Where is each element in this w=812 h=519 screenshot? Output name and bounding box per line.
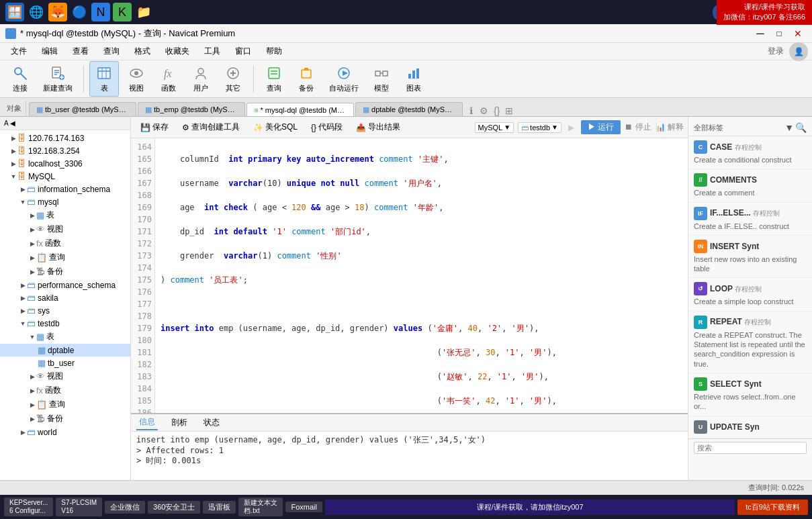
menu-tools[interactable]: 工具 [197,44,227,58]
taskbar-app-6[interactable]: 新建文本文档.txt [238,498,283,516]
tree-toggle-2[interactable]: ▶ [9,147,17,155]
snippet-repeat[interactable]: R REPEAT 存程控制 Create a REPEAT construct.… [688,312,812,373]
taskbar-app-7[interactable]: Foxmail [285,502,322,512]
sidebar-arrow-icon[interactable]: ◀ [10,120,15,127]
menu-view[interactable]: 查看 [66,44,95,58]
taskbar-icon-5[interactable]: K [113,3,132,21]
taskbar-icon-3[interactable]: 🔵 [70,3,89,21]
sidebar-item-mysql-root[interactable]: ▼ 🗄 MySQL [0,170,130,183]
toolbar-chart[interactable]: 图表 [399,62,428,96]
tree-toggle-mdb[interactable]: ▼ [19,198,27,206]
toolbar-model[interactable]: 模型 [367,62,396,96]
taskbar-app-3[interactable]: 企业微信 [105,501,145,514]
bottom-banner-right[interactable]: tc百9站下载资料 [737,500,808,515]
sidebar-item-testdb-tables[interactable]: ▼ ▦ 表 [0,330,130,344]
tree-toggle-mt[interactable]: ▶ [28,211,36,220]
sidebar-item-dptable[interactable]: ▦ dptable [0,344,130,357]
menu-format[interactable]: 格式 [128,44,157,58]
right-panel-search-icon[interactable]: 🔍 [795,122,807,133]
database-selector[interactable]: 🗃 testdb ▼ [518,122,561,133]
snippet-select[interactable]: S SELECT Synt Retrieve rows select..from… [688,373,812,416]
sidebar-item-sys[interactable]: ▶ 🗃 sys [0,304,130,317]
sidebar-item-mysql-funcs[interactable]: ▶ fx 函数 [0,236,130,250]
tab-settings-icon[interactable]: ⚙ [477,105,491,116]
taskbar-app-1[interactable]: KEPServer...6 Configur... [4,498,53,516]
query-builder-button[interactable]: ⚙ 查询创建工具 [177,120,245,134]
tree-toggle-tt[interactable]: ▼ [28,333,36,341]
tab-0[interactable]: ▦ tb_user @testdb (MySQ...✕ [29,102,136,116]
tree-toggle-mq[interactable]: ▶ [28,254,36,262]
snippet-loop[interactable]: ↺ LOOP 存程控制 Create a simple loop constru… [688,278,812,311]
sidebar-item-testdb-backups[interactable]: ▶ 🗜 备份 [0,412,130,426]
taskbar-icon-1[interactable]: 🌐 [27,3,46,21]
tree-toggle-mb[interactable]: ▶ [28,268,36,276]
tree-toggle-sakila[interactable]: ▶ [19,294,27,302]
start-button[interactable]: 🪟 [5,3,24,21]
toolbar-connect[interactable]: 连接 [5,62,35,96]
tab-3[interactable]: ▦ dptable @testdb (MySQ...✕ [355,102,463,116]
sidebar-item-world[interactable]: ▶ 🗃 world [0,426,130,438]
tree-toggle-tq[interactable]: ▶ [28,401,36,409]
tree-toggle-sys[interactable]: ▶ [19,307,27,315]
toolbar-table[interactable]: 表 [89,61,119,97]
menu-window[interactable]: 窗口 [228,44,258,58]
menu-edit[interactable]: 编辑 [35,44,64,58]
sidebar-item-testdb[interactable]: ▼ 🗃 testdb [0,317,130,330]
beautify-sql-button[interactable]: ✨ 美化SQL [248,120,303,134]
tree-toggle-1[interactable]: ▶ [9,134,17,142]
code-editor[interactable]: columnId int primary key auto_increment … [155,138,688,413]
taskbar-icon-6[interactable]: 📁 [134,3,153,21]
tab-close-3[interactable]: ✕ [459,106,463,113]
stop-button[interactable]: ⏹ 停止 [625,122,651,133]
tree-toggle-mysql[interactable]: ▼ [9,173,17,181]
snippet-if-else[interactable]: IF IF...ELSE... 存程控制 Create a IF..ELSE..… [688,203,812,236]
bottom-tab-info[interactable]: 信息 [136,415,158,430]
sidebar-item-info-schema[interactable]: ▶ 🗃 information_schema [0,183,130,195]
sidebar-item-mysql-tables[interactable]: ▶ ▦ 表 [0,208,130,222]
tree-toggle-tv[interactable]: ▶ [28,373,36,381]
toolbar-user[interactable]: 用户 [186,62,216,96]
toolbar-other[interactable]: 其它 [218,62,248,96]
tab-info-icon[interactable]: ℹ [465,105,477,116]
tab-close-1[interactable]: ✕ [242,106,245,113]
taskbar-icon-navicat[interactable]: N [91,3,110,21]
sidebar-item-sakila[interactable]: ▶ 🗃 sakila [0,291,130,304]
toolbar-backup[interactable]: 备份 [291,62,321,96]
snippet-insert[interactable]: IN INSERT Synt Insert new rows into an e… [688,236,812,279]
tree-toggle-tf[interactable]: ▶ [28,387,36,395]
maximize-button[interactable]: □ [770,27,788,40]
sidebar-item-server3[interactable]: ▶ 🗄 localhost_3306 [0,157,130,170]
toolbar-function[interactable]: fx 函数 [154,62,183,96]
sidebar-collapse-icon[interactable]: A [4,120,9,127]
sidebar-item-testdb-funcs[interactable]: ▶ fx 函数 [0,383,130,397]
tree-toggle-tb[interactable]: ▶ [28,415,36,423]
save-button[interactable]: 💾 保存 [135,120,174,134]
toolbar-autorun[interactable]: 自动运行 [324,62,364,96]
snippet-comments[interactable]: // COMMENTS Create a comment [688,169,812,202]
tab-layout-icon[interactable]: ⊞ [502,105,516,116]
sidebar-item-mysql-queries[interactable]: ▶ 📋 查询 [0,250,130,265]
sidebar-item-testdb-views[interactable]: ▶ 👁 视图 [0,369,130,383]
tab-1[interactable]: ▦ tb_emp @testdb (MySQ...✕ [138,102,245,116]
run-button[interactable]: ▶ 运行 [581,120,621,134]
taskbar-icon-2[interactable]: 🦊 [48,3,67,21]
menu-help[interactable]: 帮助 [259,44,289,58]
tree-toggle-is[interactable]: ▶ [19,185,27,193]
tab-close-0[interactable]: ✕ [133,106,136,113]
tree-toggle-perf[interactable]: ▶ [19,281,27,289]
tree-toggle-3[interactable]: ▶ [9,160,17,168]
tab-2[interactable]: ≡ * mysql-dql @testdb (My...✕ [246,103,354,117]
sidebar-item-mysql-db[interactable]: ▼ 🗃 mysql [0,195,130,208]
menu-favorites[interactable]: 收藏夹 [159,44,196,58]
sidebar-item-perf[interactable]: ▶ 🗃 performance_schema [0,279,130,291]
bottom-tab-profile[interactable]: 剖析 [169,416,190,430]
sidebar-item-server2[interactable]: ▶ 🗄 192.168.3.254 [0,144,130,157]
menu-query[interactable]: 查询 [97,44,126,58]
tree-toggle-mf[interactable]: ▶ [28,240,36,248]
sidebar-item-server1[interactable]: ▶ 🗄 120.76.174.163 [0,132,130,144]
right-panel-dropdown-icon[interactable]: ▼ [784,122,794,133]
dialect-selector[interactable]: MySQL ▼ [475,122,514,133]
minimize-button[interactable]: ─ [752,27,769,40]
close-button[interactable]: ✕ [789,27,807,40]
sidebar-item-mysql-views[interactable]: ▶ 👁 视图 [0,222,130,236]
